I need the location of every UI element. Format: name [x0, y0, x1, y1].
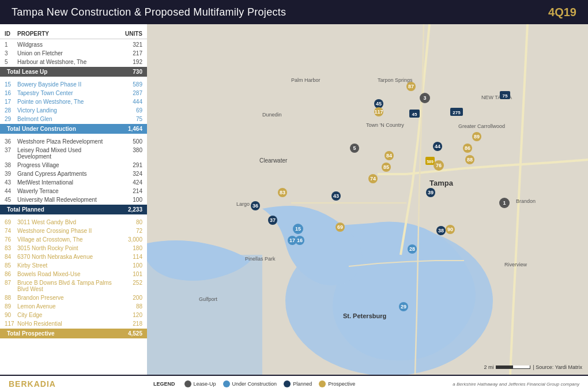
table-row: 5 Harbour at Westshore, The 192 — [0, 58, 147, 66]
row-name: Bowels Road Mixed-Use — [17, 271, 115, 277]
marker-117[interactable]: 117 — [374, 107, 383, 116]
legend: LEGEND Lease-Up Under Construction Plann… — [153, 380, 355, 387]
marker-76[interactable]: 76 — [434, 160, 444, 171]
marker-88[interactable]: 88 — [465, 155, 474, 164]
row-units: 500 — [115, 138, 142, 145]
row-id: 15 — [5, 81, 17, 88]
marker-89[interactable]: 89 — [472, 132, 481, 141]
marker-84[interactable]: 84 — [385, 151, 394, 160]
marker-28[interactable]: 28 — [408, 244, 417, 254]
marker-36[interactable]: 36 — [251, 201, 260, 210]
legend-label-planned: Planned — [293, 381, 312, 387]
svg-text:St. Petersburg: St. Petersburg — [343, 312, 386, 319]
legend-dot-lease-up — [184, 380, 191, 387]
legend-label-uc: Under Construction — [232, 381, 277, 387]
total-prospective-value: 4,525 — [115, 330, 142, 337]
marker-37[interactable]: 37 — [268, 216, 277, 225]
marker-87[interactable]: 87 — [406, 82, 416, 91]
page-title: Tampa New Construction & Proposed Multif… — [12, 6, 286, 18]
row-id: 3 — [5, 50, 17, 56]
total-planned-label: Total Planned — [5, 206, 115, 213]
col-units: UNITS — [115, 31, 142, 37]
row-id: 83 — [5, 245, 17, 251]
svg-text:Pinellas Park: Pinellas Park — [245, 256, 276, 262]
property-table-panel: ID PROPERTY UNITS 1 Wildgrass 321 3 Unio… — [0, 24, 147, 375]
row-units: 324 — [115, 171, 142, 177]
row-id: 1 — [5, 42, 17, 48]
table-row: 84 6370 North Nebraska Avenue 114 — [0, 252, 147, 261]
marker-83[interactable]: 83 — [278, 188, 287, 197]
marker-38[interactable]: 38 — [436, 226, 446, 235]
marker-90[interactable]: 90 — [446, 225, 455, 234]
row-units: 200 — [115, 295, 142, 301]
marker-43[interactable]: 43 — [331, 191, 341, 201]
table-row: 29 Belmont Glen 75 — [0, 115, 147, 123]
row-units: 80 — [115, 219, 142, 225]
map-area: Tampa St. Petersburg Clearwater Dunedin … — [147, 24, 588, 375]
row-id: 44 — [5, 188, 17, 194]
marker-85[interactable]: 85 — [382, 163, 391, 172]
table-row: 45 University Mall Redevelopment 100 — [0, 195, 147, 204]
legend-planned: Planned — [284, 380, 312, 387]
marker-74[interactable]: 74 — [368, 174, 378, 183]
total-uc-value: 1,464 — [115, 126, 142, 132]
row-units: 218 — [115, 321, 142, 327]
row-id: 117 — [5, 321, 17, 327]
total-prospective-label: Total Prospective — [5, 330, 115, 337]
legend-under-construction: Under Construction — [223, 380, 277, 387]
row-units: 291 — [115, 162, 142, 168]
svg-text:Greater Carrollwood: Greater Carrollwood — [458, 123, 505, 129]
marker-5[interactable]: 5 — [350, 144, 359, 153]
marker-15[interactable]: 15 — [293, 224, 303, 234]
marker-86[interactable]: 86 — [463, 144, 472, 153]
row-id: 87 — [5, 280, 17, 292]
table-row: 39 Grand Cypress Apartments 324 — [0, 169, 147, 178]
marker-44[interactable]: 44 — [433, 142, 442, 151]
row-units: 444 — [115, 99, 142, 105]
table-row: 36 Westshore Plaza Redevelopment 500 — [0, 137, 147, 146]
row-name: Bowery Bayside Phase II — [17, 81, 115, 88]
quarter-badge: 4Q19 — [548, 6, 576, 19]
marker-39[interactable]: 39 — [426, 188, 435, 197]
row-name: NoHo Residential — [17, 321, 115, 327]
svg-text:Riverview: Riverview — [504, 262, 527, 267]
row-units: 287 — [115, 90, 142, 96]
table-row: 38 Progress Village 291 — [0, 161, 147, 169]
row-id: 37 — [5, 147, 17, 160]
marker-29[interactable]: 29 — [399, 302, 408, 311]
legend-label-prospective: Prospective — [328, 381, 355, 387]
row-units: 321 — [115, 42, 142, 48]
row-id: 85 — [5, 262, 17, 269]
row-units: 214 — [115, 188, 142, 194]
table-row: 17 Pointe on Westshore, The 444 — [0, 97, 147, 106]
row-units: 100 — [115, 262, 142, 269]
lease-up-section: 1 Wildgrass 321 3 Union on Fletcher 217 … — [0, 40, 147, 66]
legend-title: LEGEND — [153, 381, 175, 387]
table-row: 88 Brandon Preserve 200 — [0, 293, 147, 302]
row-id: 39 — [5, 171, 17, 177]
row-id: 69 — [5, 219, 17, 225]
table-row: 117 NoHo Residential 218 — [0, 319, 147, 328]
row-id: 29 — [5, 116, 17, 122]
main-content: ID PROPERTY UNITS 1 Wildgrass 321 3 Unio… — [0, 24, 588, 375]
row-name: City Edge — [17, 312, 115, 318]
row-units: 69 — [115, 107, 142, 114]
row-units: 252 — [115, 280, 142, 292]
table-row: 43 MetWest International 424 — [0, 178, 147, 187]
row-units: 217 — [115, 50, 142, 56]
row-units: 589 — [115, 81, 142, 88]
table-row: 28 Victory Landing 69 — [0, 106, 147, 115]
total-uc-label: Total Under Construction — [5, 126, 115, 132]
row-name: 6370 North Nebraska Avenue — [17, 254, 115, 260]
marker-17[interactable]: 17 — [288, 236, 297, 245]
marker-3[interactable]: 3 — [420, 93, 430, 103]
row-id: 84 — [5, 254, 17, 260]
col-id: ID — [5, 31, 17, 37]
table-header: ID PROPERTY UNITS — [0, 29, 147, 39]
row-units: 114 — [115, 254, 142, 260]
marker-69[interactable]: 69 — [336, 223, 345, 232]
marker-1[interactable]: 1 — [499, 198, 510, 208]
legend-dot-uc — [223, 380, 230, 387]
row-name: Victory Landing — [17, 107, 115, 114]
row-units: 72 — [115, 228, 142, 234]
